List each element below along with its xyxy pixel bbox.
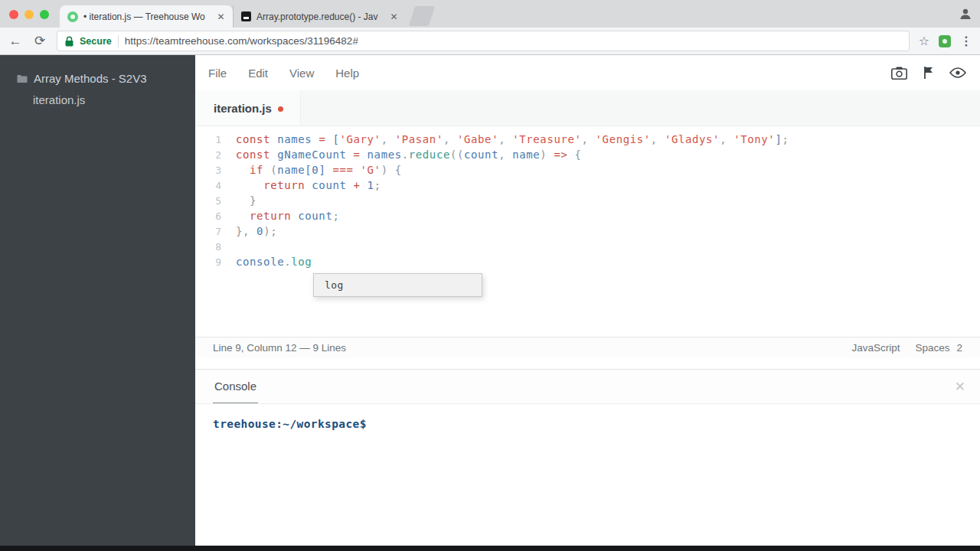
code-text: } bbox=[221, 194, 256, 207]
window-controls bbox=[9, 10, 49, 19]
line-number: 3 bbox=[195, 165, 221, 176]
snapshot-camera-icon[interactable] bbox=[891, 67, 907, 80]
line-number: 9 bbox=[195, 256, 221, 268]
code-lines: 1const names = ['Gary', 'Pasan', 'Gabe',… bbox=[195, 132, 980, 269]
tab-title: Array.prototype.reduce() - Jav bbox=[256, 11, 383, 22]
bookmark-star-icon[interactable]: ☆ bbox=[919, 34, 929, 48]
line-number: 8 bbox=[195, 241, 221, 253]
file-tree-sidebar: Array Methods - S2V3 iteration.js bbox=[0, 55, 195, 551]
autocomplete-popup: log bbox=[313, 273, 482, 297]
indent-size-selector[interactable]: 2 bbox=[956, 342, 962, 354]
line-number: 6 bbox=[195, 210, 221, 222]
editor-tab-label: iteration.js bbox=[214, 102, 272, 115]
unsaved-dot-icon bbox=[278, 106, 283, 112]
editor-tab-iteration[interactable]: iteration.js bbox=[195, 90, 301, 126]
url-text[interactable]: https://teamtreehouse.com/workspaces/311… bbox=[125, 35, 901, 47]
sidebar-item-project[interactable]: Array Methods - S2V3 bbox=[0, 72, 195, 85]
workspace: Array Methods - S2V3 iteration.js File E… bbox=[0, 55, 980, 551]
browser-tab-mdn[interactable]: Array.prototype.reduce() - Jav ✕ bbox=[233, 5, 406, 28]
language-mode-selector[interactable]: JavaScript bbox=[851, 342, 900, 354]
tab-close-icon[interactable]: ✕ bbox=[215, 11, 227, 22]
code-text: console.log bbox=[221, 256, 312, 268]
treehouse-favicon-icon bbox=[67, 11, 78, 22]
browser-tab-workspace[interactable]: • iteration.js — Treehouse Wo ✕ bbox=[60, 5, 233, 28]
code-text: const names = ['Gary', 'Pasan', 'Gabe', … bbox=[221, 133, 789, 145]
line-number: 2 bbox=[195, 149, 221, 161]
autocomplete-item[interactable]: log bbox=[314, 274, 482, 296]
code-text: return count + 1; bbox=[221, 179, 381, 191]
folder-icon bbox=[17, 74, 28, 83]
back-icon[interactable]: ← bbox=[8, 34, 23, 49]
code-line[interactable]: 2const gNameCount = names.reduce((count,… bbox=[195, 147, 980, 162]
profile-icon[interactable] bbox=[959, 7, 972, 21]
code-line[interactable]: 9console.log bbox=[195, 254, 980, 269]
code-line[interactable]: 3 if (name[0] === 'G') { bbox=[195, 162, 980, 178]
line-number: 7 bbox=[195, 226, 221, 237]
browser-toolbar: ← ⟳ Secure https://teamtreehouse.com/wor… bbox=[0, 28, 980, 55]
console-header: Console ✕ bbox=[195, 369, 980, 404]
code-text: if (name[0] === 'G') { bbox=[221, 164, 402, 176]
code-text: }, 0); bbox=[221, 225, 277, 237]
extension-icon[interactable] bbox=[939, 35, 951, 47]
editor-tabbar: iteration.js bbox=[195, 90, 980, 126]
zoom-window-button[interactable] bbox=[40, 10, 49, 19]
close-window-button[interactable] bbox=[9, 10, 18, 19]
cursor-position-text: Line 9, Column 12 — 9 Lines bbox=[213, 342, 346, 354]
menu-view[interactable]: View bbox=[289, 67, 314, 80]
browser-tab-strip: • iteration.js — Treehouse Wo ✕ Array.pr… bbox=[0, 0, 980, 28]
console-terminal[interactable]: treehouse:~/workspace$ bbox=[195, 404, 980, 551]
code-line[interactable]: 7}, 0); bbox=[195, 223, 980, 239]
code-line[interactable]: 8 bbox=[195, 239, 980, 254]
tab-title: • iteration.js — Treehouse Wo bbox=[83, 11, 210, 22]
code-text: const gNameCount = names.reduce((count, … bbox=[221, 148, 582, 161]
statusbar-right: JavaScript Spaces 2 bbox=[851, 342, 962, 354]
mdn-favicon-icon bbox=[241, 11, 251, 21]
console-tab[interactable]: Console bbox=[213, 370, 258, 403]
reload-icon[interactable]: ⟳ bbox=[32, 33, 47, 49]
terminal-prompt: treehouse:~/workspace$ bbox=[213, 418, 367, 430]
menu-file[interactable]: File bbox=[208, 67, 227, 80]
sidebar-item-file[interactable]: iteration.js bbox=[0, 93, 195, 106]
minimize-window-button[interactable] bbox=[24, 10, 34, 19]
workspace-menubar: File Edit View Help bbox=[195, 55, 980, 90]
bottom-video-bar bbox=[0, 546, 980, 551]
code-line[interactable]: 6 return count; bbox=[195, 208, 980, 223]
line-number: 5 bbox=[195, 195, 221, 207]
editor-statusbar: Line 9, Column 12 — 9 Lines JavaScript S… bbox=[195, 337, 980, 358]
code-line[interactable]: 4 return count + 1; bbox=[195, 178, 980, 193]
new-tab-button[interactable] bbox=[409, 6, 435, 26]
project-name: Array Methods - S2V3 bbox=[34, 72, 147, 85]
panel-gap bbox=[195, 358, 980, 369]
tab-close-icon[interactable]: ✕ bbox=[388, 11, 400, 22]
indent-type-selector[interactable]: Spaces bbox=[915, 342, 949, 354]
secure-badge[interactable]: Secure bbox=[80, 36, 112, 47]
menu-edit[interactable]: Edit bbox=[248, 67, 268, 80]
code-text: return count; bbox=[221, 210, 339, 222]
code-line[interactable]: 1const names = ['Gary', 'Pasan', 'Gabe',… bbox=[195, 132, 980, 147]
code-editor[interactable]: 1const names = ['Gary', 'Pasan', 'Gabe',… bbox=[195, 126, 980, 337]
menu-help[interactable]: Help bbox=[335, 67, 359, 80]
browser-menu-icon[interactable]: ⋮ bbox=[960, 34, 972, 48]
console-close-icon[interactable]: ✕ bbox=[955, 379, 965, 395]
menubar-actions bbox=[891, 66, 980, 80]
line-number: 1 bbox=[195, 134, 221, 145]
line-number: 4 bbox=[195, 180, 221, 191]
code-line[interactable]: 5 } bbox=[195, 193, 980, 208]
omnibox-divider bbox=[118, 35, 119, 47]
address-bar[interactable]: Secure https://teamtreehouse.com/workspa… bbox=[57, 31, 910, 51]
fork-flag-icon[interactable] bbox=[923, 66, 933, 80]
preview-eye-icon[interactable] bbox=[949, 67, 966, 78]
editor-pane: File Edit View Help bbox=[195, 55, 980, 551]
browser-tabs: • iteration.js — Treehouse Wo ✕ Array.pr… bbox=[60, 0, 432, 28]
lock-icon bbox=[65, 36, 74, 47]
